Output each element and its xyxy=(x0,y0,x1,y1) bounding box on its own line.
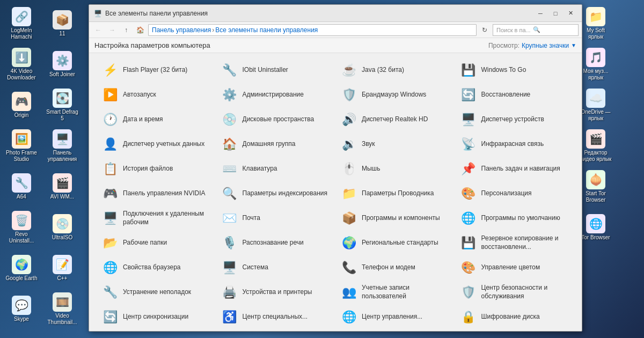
desktop-icon-skype[interactable]: 💬 Skype xyxy=(2,290,41,328)
cp-item-centrupravl[interactable]: 🌐 Центр управления... xyxy=(336,305,455,329)
cp-item-centrsinhr[interactable]: 🔄 Центр синхронизации xyxy=(97,305,216,329)
cp-item-centrbezop[interactable]: 🛡️ Центр безопасности и обслуживания xyxy=(456,281,574,304)
cp-item-mysh[interactable]: 🖱️ Мышь xyxy=(336,157,455,181)
cp-icon-dispetcheruchet: 👤 xyxy=(101,136,119,153)
cp-icon-programmyumolch: 🌐 xyxy=(460,210,477,227)
close-button[interactable]: ✕ xyxy=(564,8,577,19)
minimize-button[interactable]: ─ xyxy=(533,8,547,19)
cp-icon-telefonmodem: 📞 xyxy=(340,259,357,276)
cp-icon-java: ☕ xyxy=(340,62,357,79)
cp-icon-klaviatura: ⌨️ xyxy=(221,160,238,178)
cp-item-istfailov[interactable]: 📋 История файлов xyxy=(97,157,216,181)
cp-icon-wintogo: 💾 xyxy=(460,62,477,79)
desktop-icon-revouninstall[interactable]: 🗑️ Revo Uninstall... xyxy=(2,208,41,247)
forward-button[interactable]: → xyxy=(106,24,118,36)
cp-item-diskprostranstva[interactable]: 💿 Дисковые пространства xyxy=(217,108,335,131)
desktop-icon-num11[interactable]: 📦 11 xyxy=(43,4,82,43)
cp-item-wintogo[interactable]: 💾 Windows To Go xyxy=(456,58,574,82)
address-path[interactable]: Панель управления › Все элементы панели … xyxy=(148,24,477,36)
icon-label-origin: Origin xyxy=(14,112,29,119)
icon-image-mysoft: 📁 xyxy=(586,7,605,26)
cp-item-shifrovanie[interactable]: 🔒 Шифрование диска xyxy=(456,305,574,329)
icon-image-starttor: 🧅 xyxy=(586,170,605,189)
desktop-icon-cpp[interactable]: 📝 C++ xyxy=(43,249,82,288)
back-button[interactable]: ← xyxy=(92,24,104,36)
cp-item-domgrupp[interactable]: 🏠 Домашняя группа xyxy=(217,133,335,156)
cp-item-telefonmodem[interactable]: 📞 Телефон и модем xyxy=(336,256,455,280)
cp-item-programmyumolch[interactable]: 🌐 Программы по умолчанию xyxy=(456,207,574,230)
cp-item-ustranenieNepol[interactable]: 🔧 Устранение неполадок xyxy=(97,281,216,304)
view-value-button[interactable]: Крупные значки xyxy=(522,42,569,49)
desktop-icon-origin[interactable]: 🎮 Origin xyxy=(2,86,41,124)
search-box[interactable]: Поиск в па... 🔍 xyxy=(493,24,579,36)
cp-label-rezervkopir: Резервное копирование и восстановлени... xyxy=(481,234,570,251)
cp-item-dispetcheruchet[interactable]: 👤 Диспетчер учетных данных xyxy=(97,133,216,156)
cp-item-klaviatura[interactable]: ⌨️ Клавиатура xyxy=(217,157,335,181)
desktop-icon-smartdefrag[interactable]: 💽 Smart Defrag 5 xyxy=(43,86,82,124)
cp-icon-panelnvidia: 🎮 xyxy=(101,185,119,202)
icon-image-videothumb: 🎞️ xyxy=(53,292,72,312)
restore-button[interactable]: □ xyxy=(548,8,562,19)
icon-image-smartdefrag: 💽 xyxy=(53,89,72,108)
cp-item-zvuk[interactable]: 🔉 Звук xyxy=(336,133,455,156)
page-heading: Настройка параметров компьютера xyxy=(94,41,488,49)
icon-image-a64: 🔧 xyxy=(12,173,31,193)
icon-label-photoframe: Photo Frame Studio xyxy=(4,150,39,163)
cp-item-centrspets[interactable]: ♿ Центр специальных... xyxy=(217,305,335,329)
cp-item-panelzadach[interactable]: 📌 Панель задач и навигация xyxy=(456,157,574,181)
view-dropdown-icon[interactable]: ▼ xyxy=(571,42,576,48)
desktop-icon-a64[interactable]: 🔧 A64 xyxy=(2,167,41,206)
up-button[interactable]: ↑ xyxy=(120,24,132,36)
icon-label-cpp: C++ xyxy=(57,275,68,282)
path-current[interactable]: Все элементы панели управления xyxy=(215,26,318,34)
cp-item-panelnvidia[interactable]: 🎮 Панель управления NVIDIA xyxy=(97,182,216,205)
cp-item-rabpapki[interactable]: 📂 Рабочие папки xyxy=(97,231,216,255)
desktop-icon-ultraiso[interactable]: 💿 UltraISO xyxy=(43,208,82,247)
cp-item-rezervkopir[interactable]: 💾 Резервное копирование и восстановлени.… xyxy=(456,231,574,255)
cp-item-dispetcherustr[interactable]: 🖥️ Диспетчер устройств xyxy=(456,108,574,131)
cp-item-raspozrechi[interactable]: 🎙️ Распознавание речи xyxy=(217,231,335,255)
cp-item-brandmauer[interactable]: 🛡️ Брандмауэр Windows xyxy=(336,83,455,107)
cp-item-paramindeks[interactable]: 🔍 Параметры индексирования xyxy=(217,182,335,205)
desktop-icon-paneluprav[interactable]: 🖥️ Панель управления xyxy=(43,127,82,165)
cp-item-regionalstand[interactable]: 🌍 Региональные стандарты xyxy=(336,231,455,255)
icon-image-origin: 🎮 xyxy=(12,92,31,111)
desktop-icon-avi[interactable]: 🎬 AVI WM... xyxy=(43,167,82,206)
desktop-icon-softjoiner[interactable]: ⚙️ Soft Joiner xyxy=(43,45,82,84)
cp-item-java[interactable]: ☕ Java (32 бита) xyxy=(336,58,455,82)
cp-label-java: Java (32 бита) xyxy=(362,66,404,75)
icon-label-skype: Skype xyxy=(14,316,29,322)
cp-item-programmikomponen[interactable]: 📦 Программы и компоненты xyxy=(336,207,455,230)
cp-item-ustrprintery[interactable]: 🖨️ Устройства и принтеры xyxy=(217,281,335,304)
cp-item-personalizaciya[interactable]: 🎨 Персонализация xyxy=(456,182,574,205)
desktop-icon-logmein[interactable]: 🔗 LogMeIn Hamachi xyxy=(2,4,41,43)
cp-item-infrakrasnaya[interactable]: 📡 Инфракрасная связь xyxy=(456,133,574,156)
cp-item-sistema[interactable]: 🖥️ Система xyxy=(217,256,335,280)
desktop-icon-videothumb[interactable]: 🎞️ Video Thumbnail... xyxy=(43,290,82,328)
desktop-icons-right: 📁 My Soft ярлык 🎵 Моя муз... ярлык ☁️ On… xyxy=(574,0,644,338)
cp-item-flash[interactable]: ⚡ Flash Player (32 бита) xyxy=(97,58,216,82)
cp-item-avtozapusk[interactable]: ▶️ Автозапуск xyxy=(97,83,216,107)
cp-icon-uchetZapisi: 👥 xyxy=(340,284,357,301)
cp-item-upravlenietsvet[interactable]: 🎨 Управление цветом xyxy=(456,256,574,280)
cp-item-podkluchudal[interactable]: 🖥️ Подключения к удаленным рабочим xyxy=(97,207,216,230)
home-button[interactable]: 🏠 xyxy=(134,24,146,36)
desktop-icon-googleearth[interactable]: 🌍 Google Earth xyxy=(2,249,41,288)
cp-item-admin[interactable]: ⚙️ Администрирование xyxy=(217,83,335,107)
icon-label-paneluprav: Панель управления xyxy=(45,150,79,163)
cp-item-paramprovod[interactable]: 📁 Параметры Проводника xyxy=(336,182,455,205)
refresh-button[interactable]: ↻ xyxy=(479,24,491,36)
desktop-icon-4kvideo[interactable]: ⬇️ 4K Video Downloader xyxy=(2,45,41,84)
cp-item-pochta[interactable]: ✉️ Почта xyxy=(217,207,335,230)
cp-item-uchetZapisi[interactable]: 👥 Учетные записи пользователей xyxy=(336,281,455,304)
cp-item-datavremya[interactable]: 🕐 Дата и время xyxy=(97,108,216,131)
cp-item-vosstanov[interactable]: 🔄 Восстановление xyxy=(456,83,574,107)
icon-image-mymus: 🎵 xyxy=(586,48,605,67)
cp-item-dispetcherrealtek[interactable]: 🔊 Диспетчер Realtek HD xyxy=(336,108,455,131)
cp-icon-admin: ⚙️ xyxy=(221,86,238,104)
cp-item-svoystvabr[interactable]: 🌐 Свойства браузера xyxy=(97,256,216,280)
cp-item-iobit[interactable]: 🔧 IObit Uninstaller xyxy=(217,58,335,82)
cp-label-centrspets: Центр специальных... xyxy=(243,313,308,321)
desktop-icon-photoframe[interactable]: 🖼️ Photo Frame Studio xyxy=(2,127,41,165)
path-home[interactable]: Панель управления xyxy=(152,26,211,34)
